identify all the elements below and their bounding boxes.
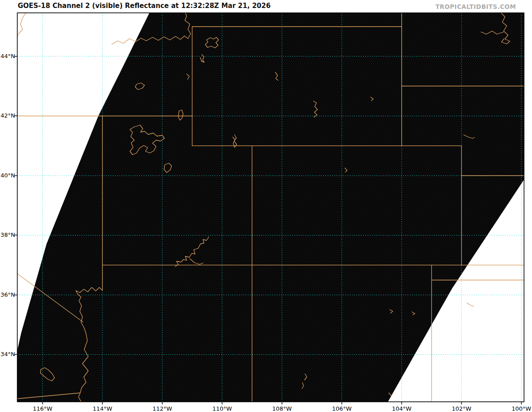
axis-tick-label-lon: 102°W xyxy=(446,405,477,412)
axis-tick-label-lat: 36°N xyxy=(0,291,15,298)
axis-tick-label-lon: 104°W xyxy=(386,405,417,412)
scan-region xyxy=(17,13,524,402)
satellite-map xyxy=(0,0,532,412)
axis-tick-label-lon: 100°W xyxy=(506,405,532,412)
axis-tick-label-lon: 108°W xyxy=(266,405,297,412)
axis-tick-label-lon: 112°W xyxy=(147,405,178,412)
lake-meredith-tx xyxy=(467,303,474,306)
satellite-image-page: GOES-18 Channel 2 (visible) Reflectance … xyxy=(0,0,532,412)
axis-tick-label-lat: 38°N xyxy=(0,232,15,238)
axis-tick-label-lon: 116°W xyxy=(27,405,58,412)
axis-tick-label-lat: 34°N xyxy=(0,351,15,357)
axis-tick-label-lon: 106°W xyxy=(326,405,357,412)
axis-tick-label-lat: 44°N xyxy=(0,53,15,59)
axis-tick-label-lon: 110°W xyxy=(207,405,238,412)
axis-tick-label-lat: 42°N xyxy=(0,112,15,119)
snake-river-id-or xyxy=(18,13,26,35)
axis-tick-label-lat: 40°N xyxy=(0,172,15,179)
scan-swath xyxy=(17,13,524,402)
axis-tick-label-lon: 114°W xyxy=(87,405,118,412)
